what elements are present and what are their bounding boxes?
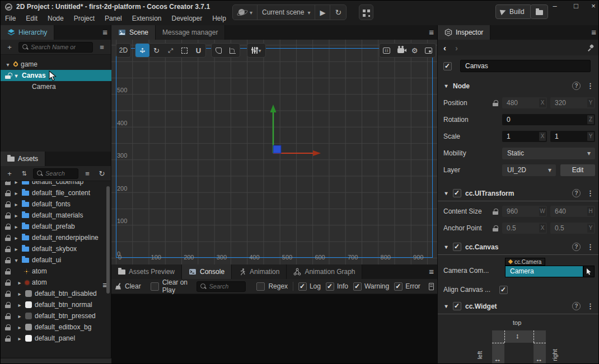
anchor-x-input[interactable]: 0.5X — [502, 223, 547, 234]
chevron-right-icon[interactable]: ▸ — [13, 212, 19, 219]
refresh-assets-icon[interactable]: ↻ — [96, 168, 107, 179]
anchor-y-input[interactable]: 0.5Y — [550, 223, 595, 234]
kebab-menu-icon[interactable]: ⋮ — [587, 82, 594, 90]
console-search-input[interactable]: Search — [196, 281, 246, 292]
error-filter-toggle[interactable]: Error — [394, 282, 420, 291]
menu-extension[interactable]: Extension — [132, 15, 162, 22]
help-icon[interactable]: ? — [572, 82, 581, 90]
scene-camera-button[interactable] — [394, 44, 408, 57]
warning-checkbox[interactable] — [353, 282, 362, 291]
regex-toggle[interactable]: Regex — [256, 282, 288, 291]
layer-edit-button[interactable]: Edit — [560, 164, 595, 176]
chevron-right-icon[interactable]: ▸ — [17, 302, 22, 308]
sort-assets-icon[interactable]: ⇅ — [18, 168, 30, 179]
help-icon[interactable]: ? — [572, 302, 581, 310]
clear-on-play-toggle[interactable]: Clear on Play — [151, 278, 192, 294]
menu-project[interactable]: Project — [74, 15, 95, 22]
log-filter-toggle[interactable]: Log — [298, 282, 321, 291]
chevron-right-icon[interactable]: ▸ — [13, 235, 19, 241]
asset-row[interactable]: ▾ default_ui — [1, 254, 111, 266]
tab-message-manager[interactable]: Message manager — [156, 25, 225, 40]
chevron-right-icon[interactable]: ▸ — [13, 190, 19, 196]
widget-alignment-diagram[interactable]: top ↕ ↔ ↔ left right — [438, 317, 599, 364]
assets-search-input[interactable]: Search — [33, 168, 78, 179]
play-button[interactable]: ▶ — [315, 5, 330, 20]
asset-row[interactable]: atom — [1, 266, 111, 277]
right-align-arrow-icon[interactable]: ↔ — [535, 355, 542, 363]
camera-reference-field[interactable]: Camera — [505, 266, 583, 277]
menu-developer[interactable]: Developer — [171, 15, 202, 22]
info-checkbox[interactable] — [326, 282, 334, 291]
gizmo-extra-tool-button[interactable]: U — [191, 44, 205, 57]
preview-qr-button[interactable] — [359, 4, 373, 20]
asset-row[interactable]: ▸ default_skybox — [1, 243, 111, 254]
menu-node[interactable]: Node — [48, 15, 64, 22]
chevron-down-icon[interactable]: ▾ — [13, 73, 19, 79]
toggle-2d-3d-button[interactable]: 2D — [116, 44, 130, 57]
chevron-right-icon[interactable]: ▸ — [13, 246, 19, 252]
asset-row[interactable]: ▸ default_prefab — [1, 221, 111, 232]
scene-viewport[interactable]: 0100200300400500600700800900010020030040… — [111, 40, 437, 264]
asset-row[interactable]: ▸ default_materials — [1, 210, 111, 221]
tab-animation-graph[interactable]: Animation Graph — [287, 264, 362, 279]
display-settings-button[interactable] — [422, 44, 436, 57]
move-tool-button[interactable] — [135, 44, 149, 57]
chevron-right-icon[interactable]: ▸ — [13, 181, 19, 185]
tab-assets-preview[interactable]: Assets Preview — [111, 264, 182, 279]
node-row-game[interactable]: ▾ game — [1, 59, 111, 70]
pin-icon[interactable] — [587, 44, 595, 51]
tab-hierarchy[interactable]: Hierarchy — [1, 25, 54, 40]
back-icon[interactable]: ‹ — [443, 43, 446, 53]
log-checkbox[interactable] — [298, 282, 307, 291]
uitransform-enabled-checkbox[interactable] — [453, 189, 461, 197]
asset-row[interactable]: ▸ default_cubemap — [1, 181, 111, 187]
widget-enabled-checkbox[interactable] — [453, 302, 461, 310]
node-active-checkbox[interactable] — [443, 62, 452, 70]
lock-icon[interactable] — [493, 225, 498, 231]
restart-button[interactable]: ↻ — [330, 5, 346, 20]
asset-row[interactable]: ▸ default_renderpipeline — [1, 232, 111, 243]
regex-checkbox[interactable] — [256, 282, 265, 291]
scale-y-input[interactable]: 1Y — [550, 131, 595, 142]
hierarchy-filter-icon[interactable]: ≡ — [96, 41, 107, 53]
lock-icon[interactable] — [493, 209, 498, 215]
create-asset-button[interactable]: + — [4, 168, 15, 179]
warning-filter-toggle[interactable]: Warning — [353, 282, 389, 291]
mobility-select[interactable]: Static — [502, 148, 595, 159]
menu-file[interactable]: File — [5, 15, 16, 22]
gizmo-display-dropdown[interactable]: ▾ — [247, 44, 265, 57]
rect-tool-button[interactable] — [177, 44, 191, 57]
widget-section-header[interactable]: ▾ cc.Widget ? ⋮ — [438, 299, 599, 313]
tab-animation[interactable]: Animation — [232, 264, 287, 279]
console-output[interactable] — [111, 294, 437, 364]
hierarchy-search-input[interactable]: Search Name or — [18, 42, 93, 53]
maximize-button[interactable]: □ — [568, 1, 584, 12]
asset-row[interactable]: ▸ default_panel — [1, 333, 111, 344]
position-y-input[interactable]: 320Y — [550, 97, 595, 108]
kebab-menu-icon[interactable]: ⋮ — [587, 243, 594, 251]
snap-angle-button[interactable] — [226, 44, 240, 57]
aspect-ratio-button[interactable]: l:l — [380, 44, 394, 57]
open-project-folder-button[interactable] — [530, 4, 548, 19]
forward-icon[interactable]: › — [455, 43, 458, 53]
kebab-menu-icon[interactable]: ⋮ — [587, 189, 594, 197]
minimize-button[interactable]: – — [546, 1, 563, 12]
chevron-right-icon[interactable]: ▸ — [17, 291, 22, 297]
build-button[interactable]: Build — [495, 4, 532, 19]
scale-tool-button[interactable]: ⤢ — [163, 44, 177, 57]
tab-assets[interactable]: Assets — [1, 152, 45, 166]
asset-row[interactable]: ▸ default_file_content — [1, 187, 111, 198]
node-name-input[interactable]: Canvas — [460, 60, 591, 72]
left-align-arrow-icon[interactable]: ↔ — [494, 355, 501, 363]
content-size-h-input[interactable]: 640H — [550, 206, 595, 217]
move-gizmo[interactable] — [268, 102, 326, 160]
asset-row[interactable]: ▸ default_btn_normal — [1, 299, 111, 310]
close-button[interactable]: × — [585, 1, 599, 12]
align-canvas-checkbox[interactable] — [499, 286, 508, 294]
chevron-right-icon[interactable]: ▸ — [17, 324, 22, 330]
menu-edit[interactable]: Edit — [26, 15, 38, 22]
unlock-icon[interactable] — [5, 73, 11, 79]
help-icon[interactable]: ? — [572, 243, 581, 251]
chevron-down-icon[interactable]: ▾ — [5, 62, 11, 68]
chevron-right-icon[interactable]: ▸ — [17, 313, 22, 319]
